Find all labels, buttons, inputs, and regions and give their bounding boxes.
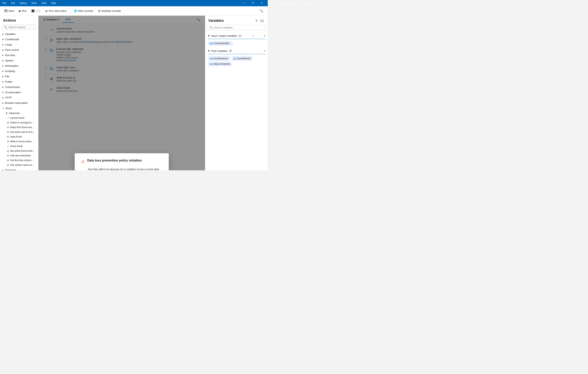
category-ui-automation[interactable]: ▶ UI automation [0, 90, 38, 95]
action-close-excel[interactable]: ↙ Close Excel [1, 144, 38, 149]
var-chip-sqlconnection[interactable]: {x} SQLConnection [208, 62, 232, 66]
category-variables[interactable]: ▶ Variables [0, 31, 38, 37]
chevron-right-icon: ▶ [2, 65, 4, 67]
variables-header-buttons: ✕ {x} [254, 18, 265, 23]
category-system[interactable]: ▶ System [0, 58, 38, 63]
chevron-right-icon: ▶ [2, 97, 4, 99]
category-http[interactable]: ▶ HTTP [0, 95, 38, 100]
chevron-right-icon: ▶ [2, 33, 4, 35]
action-add-worksheet[interactable]: ⊞ Add new worksheet [1, 153, 38, 158]
action-save-excel[interactable]: ⊞ Save Excel [1, 134, 38, 139]
close-variables-button[interactable]: ✕ [254, 18, 259, 23]
category-compression[interactable]: ▶ Compression [0, 84, 38, 90]
category-scripting[interactable]: ▶ Scripting [0, 68, 38, 74]
filter-flow-vars-button[interactable]: ≡ [264, 49, 265, 52]
toolbar-separator [70, 9, 70, 13]
run-next-action-button[interactable]: ⏭ Run next action [43, 9, 68, 13]
chevron-right-icon: ▶ [2, 49, 4, 51]
save-button[interactable]: 💾 Save [2, 9, 16, 13]
desktop-recorder-button[interactable]: 🖥 Desktop recorder [96, 9, 123, 13]
save-icon: 💾 [4, 10, 8, 12]
add-variable-button[interactable]: + [252, 34, 254, 37]
var-chip-excelinstance[interactable]: {x} ExcelInstance [208, 56, 230, 61]
first-col-icon: ⊞ [7, 159, 9, 162]
excel-subgroup: ▼ Advanced ↗ Launch Excel ⊞ Attach to ru… [0, 111, 38, 167]
var-name: ExcelInstance [214, 57, 228, 60]
chevron-right-icon: ▶ [2, 38, 4, 40]
section-label: Flow variables [211, 49, 228, 52]
action-set-active-worksheet[interactable]: ⊞ Set active Excel work... [1, 149, 38, 153]
category-workstation[interactable]: ▶ Workstation [0, 63, 38, 68]
action-read-excel[interactable]: ⊞ Read from Excel wor... [1, 125, 38, 130]
var-chip-connectionstring[interactable]: {x} ConnectionStri... [208, 41, 233, 45]
action-get-active-cell[interactable]: ⊞ Get active cell on Exc... [1, 130, 38, 134]
action-launch-excel[interactable]: ↗ Launch Excel [1, 116, 38, 120]
menu-debug[interactable]: Debug [19, 1, 27, 5]
variables-icon-button[interactable]: {x} [259, 18, 265, 23]
chevron-right-icon: ▶ [2, 86, 4, 88]
set-active-icon: ⊞ [7, 150, 9, 152]
toolbar: 💾 Save ▶ Run ⬛ Stop ⏭ Run next action 🌐 … [0, 6, 268, 16]
web-icon: 🌐 [74, 10, 77, 12]
variables-search-box[interactable]: 🔍 [208, 25, 265, 30]
var-name: QueryResult [237, 57, 251, 60]
flow-variables-section: ▼ Flow variables 3 ≡ {x} ExcelInstance {… [205, 47, 268, 67]
run-button[interactable]: ▶ Run [17, 9, 29, 13]
category-loops[interactable]: ▶ Loops [0, 42, 38, 47]
excel-advanced-group[interactable]: ▼ Advanced [1, 111, 38, 116]
chevron-right-icon: ▶ [2, 54, 4, 56]
section-chevron: ▼ [208, 49, 210, 52]
section-label: Input / output variables [211, 34, 237, 37]
search-button[interactable]: 🔍 [258, 8, 265, 14]
section-divider [208, 54, 265, 54]
action-write-excel[interactable]: ⊞ Write to Excel works... [1, 139, 38, 144]
var-prefix: {x} [234, 57, 237, 60]
read-excel-icon: ⊞ [7, 126, 9, 129]
var-chip-queryresult[interactable]: {x} QueryResult [232, 56, 252, 61]
category-file[interactable]: ▶ File [0, 74, 38, 79]
main-canvas: ⊡ Subflows ▾ Main 🔍 1 ↗ Launch Excel [38, 16, 205, 170]
category-database[interactable]: ▶ Database [0, 167, 38, 170]
menu-file[interactable]: File [1, 1, 7, 5]
menu-tools[interactable]: Tools [30, 1, 37, 5]
category-folder[interactable]: ▶ Folder [0, 79, 38, 84]
category-excel[interactable]: ▼ Excel [0, 106, 38, 111]
stop-button[interactable]: ⬛ Stop [29, 9, 43, 13]
action-get-column-name[interactable]: ⊞ Get column name on... [1, 163, 38, 167]
input-output-vars: {x} ConnectionStri... [208, 41, 265, 46]
flow-vars-count: 3 [229, 50, 232, 52]
search-variables-input[interactable] [214, 26, 264, 29]
menu-edit[interactable]: Edit [10, 1, 16, 5]
var-prefix: {x} [210, 63, 213, 65]
section-divider [208, 39, 265, 39]
menu-help[interactable]: Help [50, 1, 57, 5]
category-flow-control[interactable]: ▶ Flow control [0, 47, 38, 53]
search-actions-input[interactable] [9, 26, 38, 29]
flow-variables-section-header[interactable]: ▼ Flow variables 3 ≡ [208, 48, 265, 53]
minimize-button[interactable]: — [239, 0, 248, 6]
filter-button[interactable]: ≡ [264, 34, 265, 37]
save-excel-icon: ⊞ [7, 135, 9, 138]
chevron-down-icon: ▼ [5, 112, 8, 115]
window-controls[interactable]: — ❐ ✕ [239, 0, 266, 6]
var-name: SQLConnection [214, 63, 230, 65]
category-conditionals[interactable]: ▶ Conditionals [0, 37, 38, 42]
close-excel-icon: ↙ [7, 145, 9, 148]
menu-view[interactable]: View [41, 1, 47, 5]
category-run-flow[interactable]: ▶ Run flow [0, 53, 38, 58]
launch-excel-icon: ↗ [7, 117, 9, 119]
actions-search-box[interactable]: 🔍 [2, 24, 36, 30]
category-browser-automation[interactable]: ▶ Browser automation [0, 100, 38, 106]
chevron-right-icon: ▶ [2, 70, 4, 72]
chevron-right-icon: ▶ [2, 44, 4, 46]
menu-bar[interactable]: File Edit Debug Tools View Help [1, 1, 57, 5]
web-recorder-button[interactable]: 🌐 Web recorder [72, 9, 95, 13]
input-output-section-header[interactable]: ▼ Input / output variables 1 + ≡ [208, 33, 265, 38]
restore-button[interactable]: ❐ [248, 0, 257, 6]
input-output-section: ▼ Input / output variables 1 + ≡ {x} Con… [205, 32, 268, 47]
action-get-first-column[interactable]: ⊞ Get first free column... [1, 158, 38, 163]
action-attach-running-excel[interactable]: ⊞ Attach to running Ex... [1, 120, 38, 125]
close-button[interactable]: ✕ [257, 0, 266, 6]
warning-icon: ⚠ [81, 159, 85, 164]
attach-icon: ⊞ [7, 121, 9, 124]
